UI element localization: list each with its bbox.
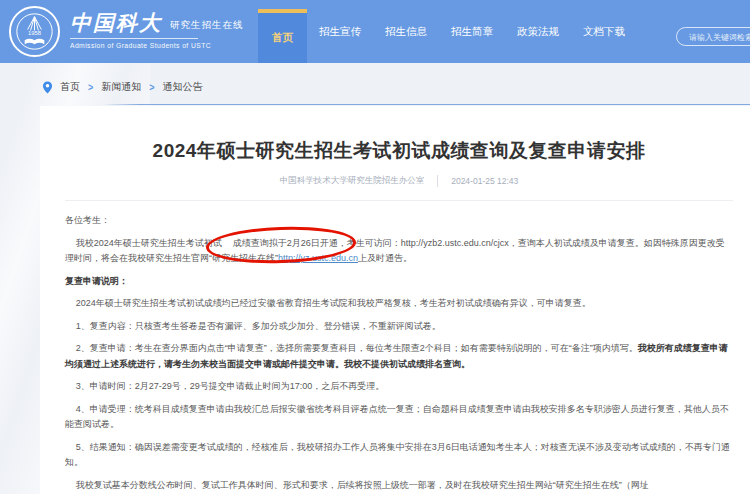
- breadcrumb-item-news[interactable]: 新闻通知: [101, 80, 141, 94]
- brand-subtitle-cn: 研究生招生在线: [170, 19, 244, 32]
- brand-text: 中国科大 研究生招生在线 Admission of Graduate Stude…: [70, 12, 244, 49]
- greeting-text: 各位考生：: [65, 213, 733, 229]
- breadcrumb-item-home[interactable]: 首页: [60, 80, 80, 94]
- intro-text-circled: 成绩查询拟于2月26日开通: [233, 238, 338, 248]
- review-item-4: 4、申请受理：统考科目成绩复查申请由我校汇总后报安徽省统考科目评卷点统一复查；自…: [65, 402, 733, 433]
- brand-subtitle-en: Admission of Graduate Students of USTC: [70, 42, 244, 49]
- article-timestamp: 2024-01-25 12:43: [438, 176, 518, 186]
- top-header: 1958 中国科大 研究生招生在线 Admission of Graduate …: [0, 0, 750, 63]
- section-intro-paragraph: 2024年硕士研究生招生考试初试成绩均已经过安徽省教育招生考试院和我校严格复核，…: [65, 296, 733, 312]
- article-card: 2024年硕士研究生招生考试初试成绩查询及复查申请安排 中国科学技术大学研究生院…: [40, 106, 750, 494]
- search-input[interactable]: 请输入关键词检索: [676, 27, 750, 46]
- nav-tab-downloads[interactable]: 文档下载: [571, 0, 637, 63]
- nav-tab-policies[interactable]: 政策法规: [505, 0, 571, 63]
- page-title: 2024年硕士研究生招生考试初试成绩查询及复查申请安排: [65, 138, 733, 164]
- article-meta: 中国科学技术大学研究生院招生办公室 2024-01-25 12:43: [65, 175, 733, 187]
- nav-tab-home[interactable]: 首页: [258, 9, 307, 63]
- brand-divider: [70, 38, 198, 39]
- breadcrumb-divider: [40, 104, 750, 105]
- intro-text-pre: 我校2024年硕士研究生招生考试初试: [76, 238, 222, 248]
- article-body: 各位考生： 我校2024年硕士研究生招生考试初试成绩查询拟于2月26日开通，考生…: [65, 213, 733, 494]
- site-logo[interactable]: 1958 中国科大 研究生招生在线 Admission of Graduate …: [8, 5, 244, 58]
- nav-tab-admissions-publicity[interactable]: 招生宣传: [307, 0, 373, 63]
- review-item-5: 5、结果通知：确因误差需变更考试成绩的，经核准后，我校研招办工作人员将集中安排在…: [65, 440, 733, 471]
- chevron-right-icon: >: [149, 81, 154, 93]
- main-nav: 首页 招生宣传 招生信息 招生简章 政策法规 文档下载: [258, 0, 637, 63]
- intro-text-post: 上及时通告。: [358, 253, 412, 263]
- ustc-seal-icon: 1958: [8, 5, 61, 58]
- inline-link-yz-ustc[interactable]: http://yz.ustc.edu.cn: [278, 253, 358, 263]
- review-item-2-text: 2、复查申请：考生在查分界面内点击“申请复查”，选择所需要复查科目，每位考生限查…: [76, 343, 638, 353]
- nav-tab-admissions-guide[interactable]: 招生简章: [439, 0, 505, 63]
- seal-year-label: 1958: [28, 30, 42, 36]
- search-placeholder: 请输入关键词检索: [689, 33, 750, 42]
- title-divider: [65, 200, 733, 201]
- nav-tab-admissions-info[interactable]: 招生信息: [373, 0, 439, 63]
- breadcrumb: 首页 > 新闻通知 > 通知公告: [42, 76, 203, 98]
- review-item-3: 3、申请时间：2月27-29号，29号提交申请截止时间为17:00，之后不再受理…: [65, 379, 733, 395]
- location-pin-icon: [42, 81, 53, 94]
- review-item-1: 1、复查内容：只核查考生答卷是否有漏评、多加分或少加分、登分错误，不重新评阅试卷…: [65, 319, 733, 335]
- closing-paragraph: 我校复试基本分数线公布时间、复试工作具体时间、形式和要求，后续将按照上级统一部署…: [65, 478, 733, 494]
- section-heading: 复查申请说明：: [65, 274, 733, 290]
- breadcrumb-item-notice[interactable]: 通知公告: [163, 80, 203, 94]
- article-source: 中国科学技术大学研究生院招生办公室: [280, 175, 439, 187]
- review-item-2: 2、复查申请：考生在查分界面内点击“申请复查”，选择所需要复查科目，每位考生限查…: [65, 341, 733, 372]
- circled-text: 成绩查询拟于2月26日开通: [222, 236, 338, 252]
- seal-book-glyph: [25, 39, 45, 44]
- brand-title-cn: 中国科大: [70, 12, 162, 34]
- intro-paragraph: 我校2024年硕士研究生招生考试初试成绩查询拟于2月26日开通，考生可访问：ht…: [65, 236, 733, 267]
- chevron-right-icon: >: [88, 81, 93, 93]
